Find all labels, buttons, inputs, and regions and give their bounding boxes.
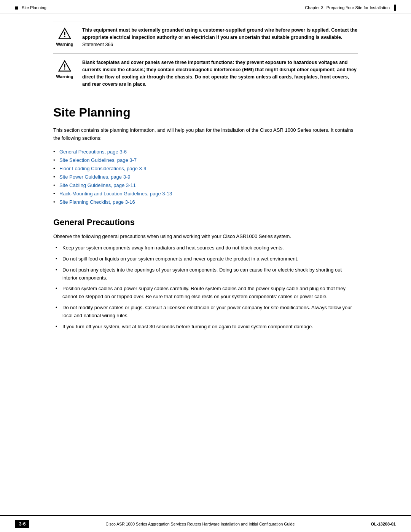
general-precautions-intro: Observe the following general precaution… bbox=[53, 233, 358, 241]
list-item: General Precautions, page 3-6 bbox=[53, 148, 358, 156]
svg-point-5 bbox=[64, 69, 65, 70]
warning-triangle-icon-1 bbox=[58, 27, 72, 40]
list-item: Site Cabling Guidelines, page 3-11 bbox=[53, 181, 358, 190]
header-bar-icon bbox=[394, 5, 396, 11]
warning-icon-col-1: Warning bbox=[53, 27, 76, 46]
svg-point-2 bbox=[64, 36, 65, 37]
list-item: If you turn off your system, wait at lea… bbox=[53, 323, 358, 331]
page-footer: 3-6 Cisco ASR 1000 Series Aggregation Se… bbox=[0, 515, 411, 532]
page-header: Site Planning Chapter 3 Preparing Your S… bbox=[0, 0, 411, 13]
warning-triangle-icon-2 bbox=[58, 59, 72, 73]
footer-page-number: 3-6 bbox=[15, 520, 29, 528]
warning-block-2: Warning Blank faceplates and cover panel… bbox=[53, 54, 358, 93]
header-breadcrumb: Site Planning bbox=[15, 5, 46, 10]
link-general-precautions[interactable]: General Precautions, page 3-6 bbox=[59, 149, 127, 155]
list-item: Site Planning Checklist, page 3-16 bbox=[53, 198, 358, 206]
warning-text-normal-1: Statement 366 bbox=[82, 42, 113, 47]
site-planning-links: General Precautions, page 3-6 Site Selec… bbox=[53, 148, 358, 207]
header-square-icon bbox=[15, 6, 18, 10]
general-precautions-title: General Precautions bbox=[53, 217, 358, 227]
site-planning-title: Site Planning bbox=[53, 105, 358, 120]
header-chapter-label: Chapter 3 bbox=[305, 5, 323, 10]
link-rack-mounting[interactable]: Rack-Mounting and Location Guidelines, p… bbox=[59, 191, 172, 197]
link-floor-loading[interactable]: Floor Loading Considerations, page 3-9 bbox=[59, 166, 146, 171]
warning-text-1: This equipment must be externally ground… bbox=[82, 27, 358, 48]
link-site-power[interactable]: Site Power Guidelines, page 3-9 bbox=[59, 174, 130, 180]
link-site-cabling[interactable]: Site Cabling Guidelines, page 3-11 bbox=[59, 182, 136, 188]
warning-label-2: Warning bbox=[56, 74, 73, 79]
footer-center-text: Cisco ASR 1000 Series Aggregation Servic… bbox=[37, 522, 363, 526]
link-site-selection[interactable]: Site Selection Guidelines, page 3-7 bbox=[59, 157, 137, 163]
list-item: Do not spill food or liquids on your sys… bbox=[53, 255, 358, 263]
link-site-checklist[interactable]: Site Planning Checklist, page 3-16 bbox=[59, 199, 135, 205]
header-chapter-info: Chapter 3 Preparing Your Site for Instal… bbox=[305, 5, 396, 11]
warning-text-2: Blank faceplates and cover panels serve … bbox=[82, 59, 358, 88]
list-item: Rack-Mounting and Location Guidelines, p… bbox=[53, 190, 358, 198]
list-item: Site Selection Guidelines, page 3-7 bbox=[53, 156, 358, 165]
list-item: Do not modify power cables or plugs. Con… bbox=[53, 304, 358, 320]
warning-icon-col-2: Warning bbox=[53, 59, 76, 79]
page-container: Site Planning Chapter 3 Preparing Your S… bbox=[0, 0, 411, 532]
warning-text-bold-1: This equipment must be externally ground… bbox=[82, 27, 357, 40]
main-content: Warning This equipment must be externall… bbox=[0, 13, 411, 515]
warning-label-1: Warning bbox=[56, 42, 73, 46]
list-item: Position system cables and power supply … bbox=[53, 285, 358, 301]
warning-text-bold-2: Blank faceplates and cover panels serve … bbox=[82, 60, 357, 86]
list-item: Site Power Guidelines, page 3-9 bbox=[53, 173, 358, 181]
site-planning-intro: This section contains site planning info… bbox=[53, 126, 358, 142]
svg-rect-1 bbox=[64, 32, 65, 35]
warning-block-1: Warning This equipment must be externall… bbox=[53, 21, 358, 54]
list-item: Do not push any objects into the opening… bbox=[53, 266, 358, 282]
header-chapter-title: Preparing Your Site for Installation bbox=[327, 5, 390, 10]
footer-doc-number: OL-13208-01 bbox=[371, 522, 396, 526]
general-precautions-list: Keep your system components away from ra… bbox=[53, 244, 358, 331]
list-item: Keep your system components away from ra… bbox=[53, 244, 358, 252]
list-item: Floor Loading Considerations, page 3-9 bbox=[53, 165, 358, 173]
svg-rect-4 bbox=[64, 64, 65, 68]
